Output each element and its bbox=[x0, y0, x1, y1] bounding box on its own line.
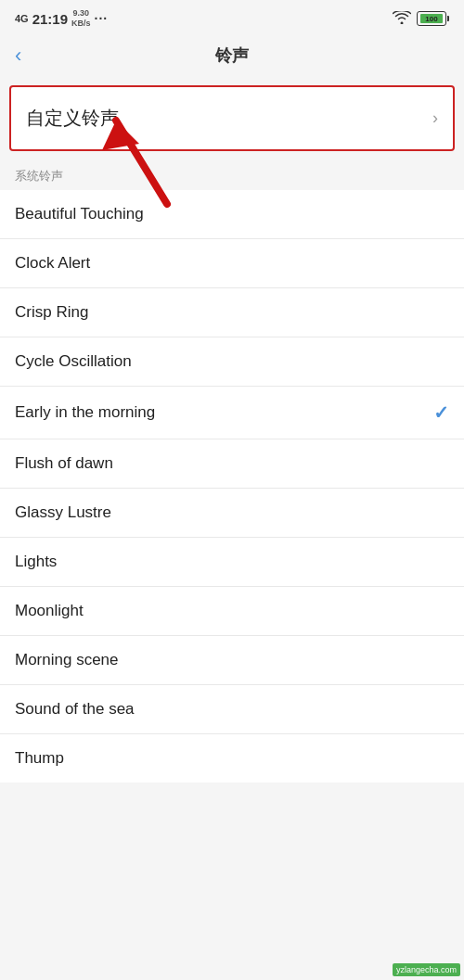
status-left: 4G 21:19 9.30KB/s ··· bbox=[15, 8, 108, 29]
ringtone-item[interactable]: Sound of the sea bbox=[0, 685, 464, 734]
back-button[interactable]: ‹ bbox=[15, 44, 21, 68]
wifi-icon bbox=[393, 11, 411, 27]
ringtone-item[interactable]: Cycle Oscillation bbox=[0, 337, 464, 387]
battery-indicator: 100 bbox=[417, 11, 449, 26]
ringtone-name: Moonlight bbox=[15, 602, 84, 620]
ringtone-name: Early in the morning bbox=[15, 403, 155, 422]
ringtone-item[interactable]: Beautiful Touching bbox=[0, 190, 464, 239]
ringtone-item[interactable]: Thump bbox=[0, 734, 464, 783]
ringtone-item[interactable]: Early in the morning✓ bbox=[0, 387, 464, 439]
ringtone-item[interactable]: Glassy Lustre bbox=[0, 489, 464, 538]
ringtone-list: Beautiful TouchingClock AlertCrisp RingC… bbox=[0, 190, 464, 783]
status-right: 100 bbox=[393, 11, 449, 27]
ringtone-item[interactable]: Clock Alert bbox=[0, 239, 464, 288]
ringtone-name: Beautiful Touching bbox=[15, 205, 144, 223]
page-title: 铃声 bbox=[215, 45, 249, 67]
ringtone-name: Morning scene bbox=[15, 651, 119, 669]
selected-checkmark: ✓ bbox=[433, 401, 449, 424]
custom-ringtone-label: 自定义铃声 bbox=[26, 106, 119, 131]
ringtone-name: Crisp Ring bbox=[15, 303, 88, 322]
ringtone-name: Sound of the sea bbox=[15, 700, 135, 719]
ringtone-item[interactable]: Flush of dawn bbox=[0, 439, 464, 489]
ringtone-item[interactable]: Crisp Ring bbox=[0, 288, 464, 337]
network-type: 4G bbox=[15, 13, 29, 24]
ringtone-name: Lights bbox=[15, 553, 57, 571]
ringtone-name: Flush of dawn bbox=[15, 454, 113, 473]
ringtone-item[interactable]: Morning scene bbox=[0, 636, 464, 685]
ringtone-name: Thump bbox=[15, 749, 64, 768]
status-dots: ··· bbox=[95, 11, 109, 26]
chevron-right-icon: › bbox=[432, 108, 438, 128]
custom-ringtone-row[interactable]: 自定义铃声 › bbox=[11, 87, 453, 149]
data-speed: 9.30KB/s bbox=[71, 8, 91, 29]
status-time: 21:19 bbox=[32, 11, 68, 27]
system-section-label: 系统铃声 bbox=[0, 159, 464, 190]
ringtone-name: Clock Alert bbox=[15, 254, 90, 273]
nav-bar: ‹ 铃声 bbox=[0, 33, 464, 78]
ringtone-name: Glassy Lustre bbox=[15, 503, 111, 522]
ringtone-name: Cycle Oscillation bbox=[15, 352, 132, 371]
battery-percent: 100 bbox=[418, 15, 445, 23]
watermark: yzlangecha.com bbox=[393, 963, 460, 976]
ringtone-item[interactable]: Lights bbox=[0, 538, 464, 587]
custom-ringtone-section[interactable]: 自定义铃声 › bbox=[9, 85, 455, 151]
status-bar: 4G 21:19 9.30KB/s ··· 100 bbox=[0, 0, 464, 33]
ringtone-item[interactable]: Moonlight bbox=[0, 587, 464, 636]
